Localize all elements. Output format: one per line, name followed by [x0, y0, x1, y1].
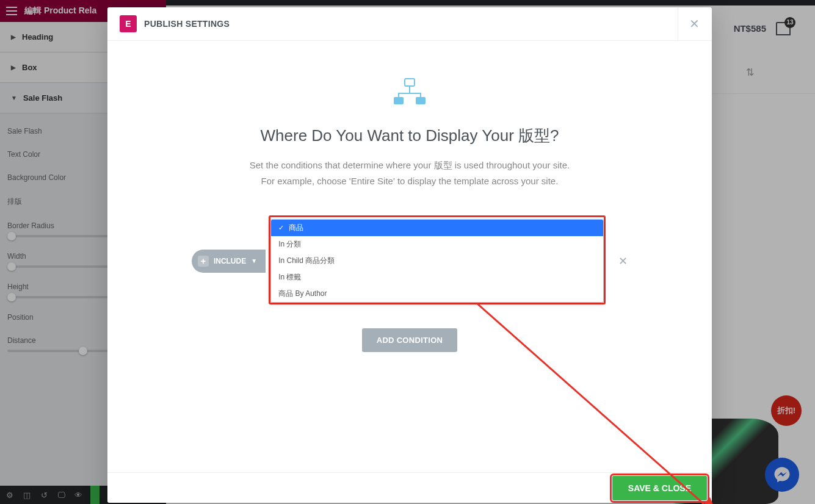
plus-icon: +	[198, 256, 209, 267]
modal-title: PUBLISH SETTINGS	[144, 19, 230, 29]
desc-line: Set the conditions that determine where …	[132, 157, 687, 173]
condition-dropdown[interactable]: ✓ 商品 In 分類 In Child 商品分類 In 標籤 商品 By Aut…	[270, 219, 604, 303]
modal-heading: Where Do You Want to Display Your 版型?	[132, 125, 687, 146]
option-label: 商品	[289, 223, 303, 233]
dropdown-option-selected[interactable]: ✓ 商品	[271, 220, 603, 236]
modal-footer: SAVE & CLOSE	[107, 472, 712, 503]
svg-rect-2	[416, 97, 426, 104]
dropdown-option[interactable]: In 標籤	[271, 269, 603, 286]
dropdown-listbox: ✓ 商品 In 分類 In Child 商品分類 In 標籤 商品 By Aut…	[270, 219, 604, 303]
dropdown-option[interactable]: In 分類	[271, 236, 603, 253]
desc-line: For example, choose 'Entire Site' to dis…	[132, 173, 687, 189]
dropdown-option[interactable]: 商品 By Author	[271, 286, 603, 302]
delete-condition-button[interactable]: ✕	[618, 254, 628, 268]
add-condition-button[interactable]: ADD CONDITION	[362, 328, 458, 352]
chevron-down-icon: ▼	[251, 257, 257, 264]
publish-settings-modal: E PUBLISH SETTINGS ✕ Where Do You Want t…	[107, 7, 712, 503]
condition-row: + INCLUDE ▼ ✓ 商品 In 分類 In Child 商品分類 In …	[132, 219, 687, 303]
save-close-button[interactable]: SAVE & CLOSE	[612, 476, 707, 500]
include-label: INCLUDE	[214, 257, 246, 265]
close-button[interactable]: ✕	[678, 7, 700, 40]
elementor-logo-icon: E	[120, 15, 137, 32]
sitemap-icon	[391, 77, 428, 107]
check-icon: ✓	[278, 224, 284, 232]
modal-description: Set the conditions that determine where …	[132, 157, 687, 189]
include-pill[interactable]: + INCLUDE ▼	[192, 250, 266, 273]
dropdown-option[interactable]: In Child 商品分類	[271, 253, 603, 269]
svg-rect-0	[405, 79, 415, 86]
svg-rect-1	[394, 97, 404, 104]
modal-header: E PUBLISH SETTINGS ✕	[107, 7, 712, 41]
modal-body: Where Do You Want to Display Your 版型? Se…	[107, 41, 712, 472]
